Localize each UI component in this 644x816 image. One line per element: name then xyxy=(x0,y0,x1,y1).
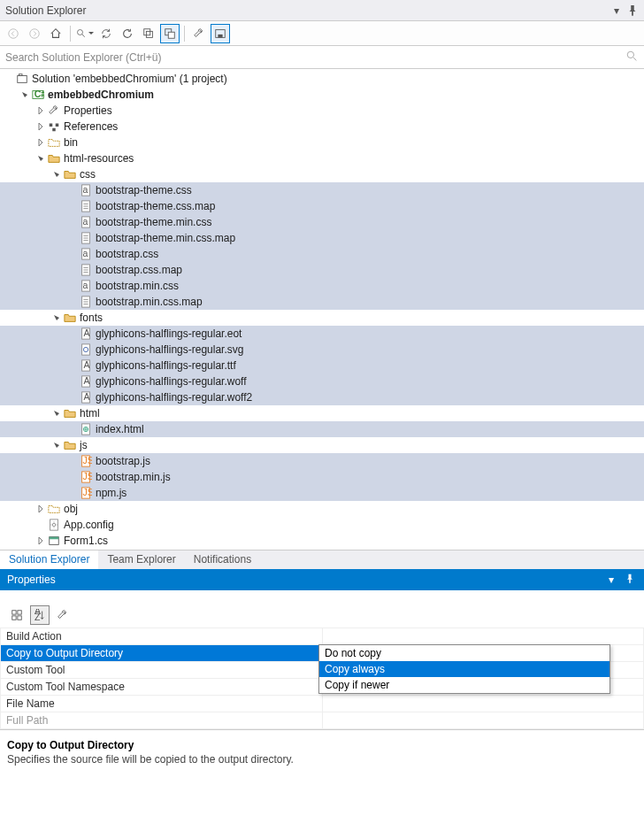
svg-rect-11 xyxy=(19,74,23,76)
tree-node[interactable]: Aglyphicons-halflings-regular.eot xyxy=(0,326,644,342)
expander-icon[interactable] xyxy=(35,504,46,514)
expander-icon[interactable] xyxy=(35,153,46,164)
tree-node[interactable]: Solution 'embebbedChromium' (1 project) xyxy=(0,71,644,87)
properties-button[interactable] xyxy=(189,24,209,43)
tree-label: glyphicons-halflings-regular.woff2 xyxy=(96,391,252,404)
expander-icon[interactable] xyxy=(67,472,78,482)
tree-node[interactable]: Aglyphicons-halflings-regular.ttf xyxy=(0,358,644,373)
pin-icon[interactable] xyxy=(625,574,637,587)
tree-node[interactable]: html-resources xyxy=(0,150,644,166)
tree-node[interactable]: bootstrap.min.css.map xyxy=(0,294,644,310)
tree-node[interactable]: Properties xyxy=(0,103,644,119)
tree-node[interactable]: js xyxy=(0,437,644,453)
panel-menu-icon[interactable]: ▾ xyxy=(610,4,623,17)
tree-node[interactable]: JSnpm.js xyxy=(0,485,644,501)
dropdown-option[interactable]: Copy always xyxy=(319,661,610,677)
expander-icon[interactable] xyxy=(67,201,78,212)
tree-node[interactable]: abootstrap.css xyxy=(0,246,644,262)
expander-icon[interactable] xyxy=(67,233,78,243)
svg-rect-16 xyxy=(52,128,56,132)
tree-node[interactable]: App.config xyxy=(0,517,644,533)
tree-node[interactable]: JSbootstrap.js xyxy=(0,453,644,469)
tree-node[interactable]: obj xyxy=(0,501,644,517)
expander-icon[interactable] xyxy=(35,137,46,148)
expander-icon[interactable] xyxy=(67,488,78,498)
expander-icon[interactable] xyxy=(35,121,46,132)
tree-node[interactable]: C#embebbedChromium xyxy=(0,87,644,103)
property-value[interactable] xyxy=(322,696,644,712)
copy-dropdown[interactable]: Do not copyCopy alwaysCopy if newer xyxy=(318,644,610,694)
tree-node[interactable]: Aglyphicons-halflings-regular.woff xyxy=(0,373,644,389)
panel-menu-icon[interactable]: ▾ xyxy=(609,574,621,586)
home-button[interactable] xyxy=(46,24,65,43)
expander-icon[interactable] xyxy=(67,265,78,275)
expander-icon[interactable] xyxy=(35,105,46,116)
tree-node[interactable]: References xyxy=(0,119,644,135)
tree-node[interactable]: index.html xyxy=(0,421,644,437)
scope-button[interactable] xyxy=(75,24,95,43)
svg-rect-53 xyxy=(12,611,16,614)
tree-node[interactable]: bin xyxy=(0,135,644,150)
property-row[interactable]: Build Action xyxy=(1,628,644,645)
tree-node[interactable]: bootstrap-theme.min.css.map xyxy=(0,230,644,246)
tree-node[interactable]: abootstrap-theme.min.css xyxy=(0,214,644,230)
search-input[interactable] xyxy=(5,51,626,64)
property-value[interactable] xyxy=(322,712,644,729)
expander-icon[interactable] xyxy=(67,344,78,355)
search-icon[interactable] xyxy=(626,50,639,65)
tab-notifications[interactable]: Notifications xyxy=(185,550,260,569)
expander-icon[interactable] xyxy=(67,249,78,259)
sync-button[interactable] xyxy=(96,24,116,43)
alphabetical-button[interactable]: AZ xyxy=(30,605,50,625)
property-row[interactable]: File Name xyxy=(1,696,644,712)
refresh-button[interactable] xyxy=(118,24,137,43)
categorized-button[interactable] xyxy=(7,605,27,625)
expander-icon[interactable] xyxy=(67,296,78,307)
expander-icon[interactable] xyxy=(67,424,78,435)
pin-icon[interactable] xyxy=(626,4,639,17)
tree-node[interactable]: abootstrap-theme.css xyxy=(0,182,644,198)
property-row[interactable]: Full Path xyxy=(1,712,644,729)
expander-icon[interactable] xyxy=(51,312,62,323)
filefont-icon: A xyxy=(79,327,93,341)
folder-dashed-icon xyxy=(47,502,61,516)
tree-node[interactable]: glyphicons-halflings-regular.svg xyxy=(0,342,644,358)
tree-node[interactable]: fonts xyxy=(0,310,644,326)
solution-tree[interactable]: Solution 'embebbedChromium' (1 project)C… xyxy=(0,69,644,550)
expander-icon[interactable] xyxy=(51,440,62,450)
tree-label: html-resources xyxy=(64,152,134,165)
expander-icon[interactable] xyxy=(67,185,78,196)
expander-icon[interactable] xyxy=(67,360,78,371)
dropdown-option[interactable]: Copy if newer xyxy=(319,677,610,693)
expander-icon[interactable] xyxy=(35,520,46,530)
tree-node[interactable]: Aglyphicons-halflings-regular.woff2 xyxy=(0,389,644,405)
folder-icon xyxy=(63,311,77,325)
expander-icon[interactable] xyxy=(67,392,78,403)
expander-icon[interactable] xyxy=(67,456,78,466)
dropdown-option[interactable]: Do not copy xyxy=(319,645,610,661)
expander-icon[interactable] xyxy=(35,535,46,546)
properties-title: Properties xyxy=(7,574,605,586)
preview-button[interactable] xyxy=(211,24,230,43)
show-all-files-button[interactable] xyxy=(160,24,180,43)
expander-icon[interactable] xyxy=(19,89,30,100)
tree-node[interactable]: JSbootstrap.min.js xyxy=(0,469,644,485)
expander-icon[interactable] xyxy=(67,376,78,387)
expander-icon[interactable] xyxy=(67,217,78,227)
expander-icon[interactable] xyxy=(4,73,14,84)
property-value[interactable] xyxy=(322,628,644,645)
tree-node[interactable]: bootstrap.css.map xyxy=(0,262,644,278)
tab-solution-explorer[interactable]: Solution Explorer xyxy=(0,550,98,569)
search-bar[interactable] xyxy=(0,46,644,69)
tree-node[interactable]: bootstrap-theme.css.map xyxy=(0,198,644,214)
collapse-all-button[interactable] xyxy=(139,24,158,43)
tree-node[interactable]: Form1.cs xyxy=(0,533,644,549)
tree-node[interactable]: html xyxy=(0,405,644,421)
tree-node[interactable]: abootstrap.min.css xyxy=(0,278,644,294)
expander-icon[interactable] xyxy=(67,281,78,291)
tab-team-explorer[interactable]: Team Explorer xyxy=(98,550,184,569)
expander-icon[interactable] xyxy=(51,169,62,180)
expander-icon[interactable] xyxy=(67,328,78,339)
tree-node[interactable]: css xyxy=(0,166,644,182)
expander-icon[interactable] xyxy=(51,408,62,419)
